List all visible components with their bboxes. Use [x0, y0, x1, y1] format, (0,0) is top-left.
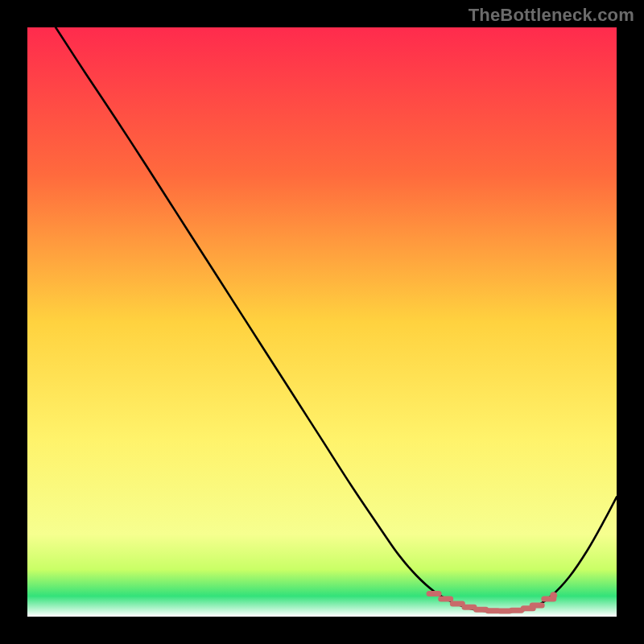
chart-plot-area	[27, 27, 617, 617]
chart-frame: TheBottleneck.com	[0, 0, 644, 644]
chart-svg	[27, 27, 617, 617]
optimal-marker-end-dot	[550, 592, 557, 599]
watermark-text: TheBottleneck.com	[469, 5, 634, 26]
gradient-background	[27, 27, 617, 617]
